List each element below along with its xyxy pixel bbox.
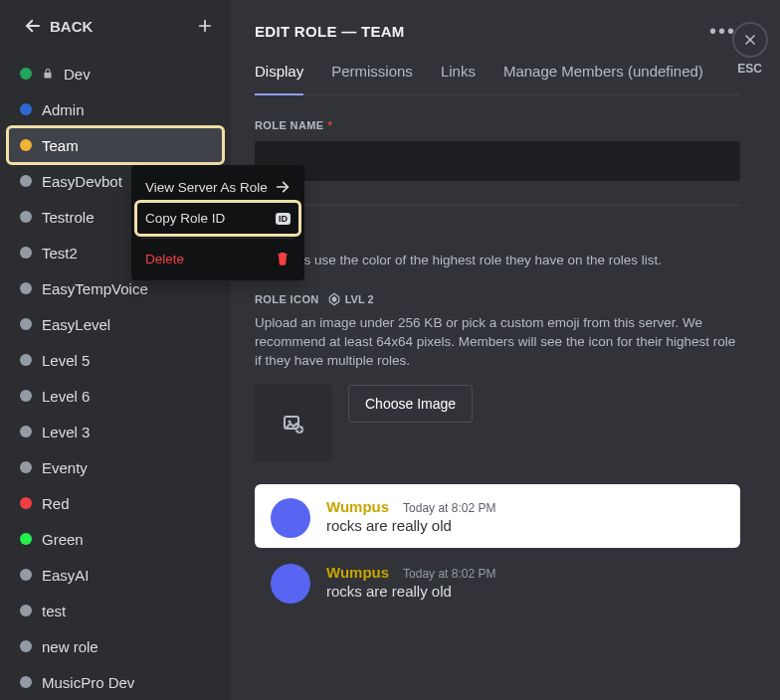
role-item-label: Green xyxy=(42,531,84,548)
role-item-label: new role xyxy=(42,638,98,655)
role-name-input[interactable] xyxy=(255,141,740,181)
role-item-label: Test2 xyxy=(42,245,78,262)
role-item-label: EasyDevbot xyxy=(42,173,122,190)
role-item[interactable]: Admin xyxy=(8,91,223,127)
role-color-dot xyxy=(20,426,32,438)
preview-timestamp: Today at 8:02 PM xyxy=(403,567,495,581)
role-item[interactable]: Level 6 xyxy=(8,378,223,414)
role-item-label: EasyTempVoice xyxy=(42,280,148,297)
divider xyxy=(255,205,740,206)
role-item[interactable]: Level 5 xyxy=(8,342,223,378)
preview-message: rocks are really old xyxy=(326,517,726,534)
page-title: EDIT ROLE — TEAM xyxy=(255,23,405,40)
role-item-label: MusicPro Dev xyxy=(42,674,134,691)
role-name-label: ROLE NAME* xyxy=(255,119,740,131)
role-item[interactable]: Green xyxy=(8,521,223,557)
role-color-dot xyxy=(20,139,32,151)
role-color-dot xyxy=(20,640,32,652)
role-item-label: Level 5 xyxy=(42,352,90,369)
role-item-label: Red xyxy=(42,495,70,512)
arrow-right-icon xyxy=(275,179,291,195)
add-role-button[interactable] xyxy=(195,16,215,36)
role-color-dot xyxy=(20,211,32,223)
role-item[interactable]: MusicPro Dev xyxy=(8,664,223,700)
role-item-label: Dev xyxy=(64,66,91,83)
role-color-dot xyxy=(20,282,32,294)
role-color-dot xyxy=(20,461,32,473)
role-item-label: Admin xyxy=(42,101,85,118)
esc-label: ESC xyxy=(737,62,762,76)
roles-sidebar: BACK DevAdminTeamEasyDevbotTestroleTest2… xyxy=(0,0,231,700)
role-item-label: Level 3 xyxy=(42,424,90,440)
role-item[interactable]: EasyAI xyxy=(8,557,223,593)
image-add-icon xyxy=(282,412,305,436)
icon-upload-row: Choose Image xyxy=(255,385,740,462)
role-color-dot xyxy=(20,318,32,330)
role-item[interactable]: Red xyxy=(8,485,223,521)
role-color-dot xyxy=(20,676,32,688)
role-color-dot xyxy=(20,605,32,616)
role-list: DevAdminTeamEasyDevbotTestroleTest2EasyT… xyxy=(0,48,231,700)
close-icon xyxy=(742,32,758,48)
sidebar-header: BACK xyxy=(0,16,231,48)
ctx-view-as-role[interactable]: View Server As Role xyxy=(137,171,298,203)
back-button[interactable]: BACK xyxy=(24,17,93,35)
role-item[interactable]: test xyxy=(8,593,223,628)
role-color-dot xyxy=(20,569,32,581)
role-item[interactable]: new role xyxy=(8,628,223,664)
tab[interactable]: Links xyxy=(441,63,476,94)
trash-icon xyxy=(275,251,291,266)
role-item-label: Testrole xyxy=(42,209,95,226)
role-color-help: Members use the color of the highest rol… xyxy=(255,252,740,270)
role-item-label: Team xyxy=(42,137,79,154)
role-color-dot xyxy=(20,175,32,187)
ctx-separator xyxy=(141,238,294,239)
role-icon-help: Upload an image under 256 KB or pick a c… xyxy=(255,314,740,371)
ctx-copy-role-id[interactable]: Copy Role ID ID xyxy=(137,203,298,234)
id-icon: ID xyxy=(276,213,291,225)
role-item[interactable]: EasyLevel xyxy=(8,306,223,342)
role-color-label: OR* xyxy=(255,230,740,242)
message-preview: Wumpus Today at 8:02 PM rocks are really… xyxy=(255,484,740,613)
avatar xyxy=(271,564,310,604)
lvl-badge: LVL 2 xyxy=(327,292,374,306)
role-color-dot xyxy=(20,354,32,366)
lock-icon xyxy=(42,67,54,81)
role-color-dot xyxy=(20,68,32,80)
tab[interactable]: Manage Members (undefined) xyxy=(503,63,703,94)
role-item-label: Level 6 xyxy=(42,388,90,405)
icon-placeholder[interactable] xyxy=(255,385,332,462)
role-item-label: Eventy xyxy=(42,459,88,476)
role-color-dot xyxy=(20,533,32,545)
required-asterisk: * xyxy=(328,119,333,131)
back-label: BACK xyxy=(50,18,93,35)
arrow-left-icon xyxy=(24,17,42,35)
avatar xyxy=(271,498,310,538)
role-item[interactable]: Eventy xyxy=(8,449,223,485)
preview-light: Wumpus Today at 8:02 PM rocks are really… xyxy=(255,484,740,548)
role-color-dot xyxy=(20,497,32,509)
preview-dark: Wumpus Today at 8:02 PM rocks are really… xyxy=(255,550,740,613)
role-item-label: EasyLevel xyxy=(42,316,110,333)
role-item[interactable]: Team xyxy=(8,127,223,163)
role-color-dot xyxy=(20,247,32,259)
role-icon-label: ROLE ICON LVL 2 xyxy=(255,292,740,306)
main-header: EDIT ROLE — TEAM ••• xyxy=(255,20,740,43)
close-button[interactable] xyxy=(732,22,768,58)
role-item-label: test xyxy=(42,603,66,619)
role-color-dot xyxy=(20,103,32,115)
preview-username: Wumpus xyxy=(326,564,389,581)
boost-icon xyxy=(327,292,341,306)
role-item-label: EasyAI xyxy=(42,567,90,584)
role-item[interactable]: Level 3 xyxy=(8,414,223,449)
tab[interactable]: Display xyxy=(255,63,303,95)
role-context-menu: View Server As Role Copy Role ID ID Dele… xyxy=(131,165,304,280)
choose-image-button[interactable]: Choose Image xyxy=(348,385,473,423)
role-color-dot xyxy=(20,390,32,402)
role-item[interactable]: Dev xyxy=(8,56,223,91)
preview-timestamp: Today at 8:02 PM xyxy=(403,501,495,515)
ctx-delete[interactable]: Delete xyxy=(137,243,298,274)
tab[interactable]: Permissions xyxy=(331,63,413,94)
preview-message: rocks are really old xyxy=(326,583,726,600)
preview-username: Wumpus xyxy=(326,498,389,515)
